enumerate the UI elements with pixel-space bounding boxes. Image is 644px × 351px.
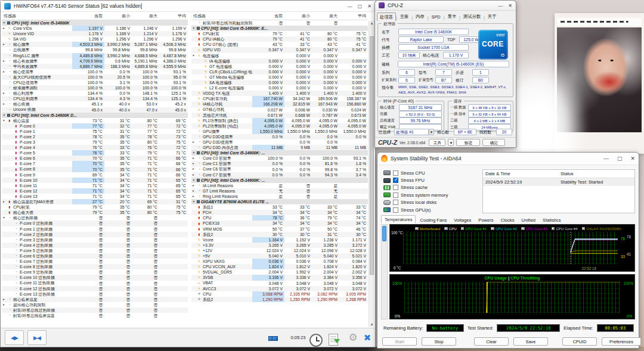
sensor-row[interactable]: ◔E-core 12 过热降频否否否	[2, 286, 188, 291]
sensor-row[interactable]: ▸◔核心利用率134.4 %0.0 %148.1 %125.1 %	[2, 91, 188, 96]
sensor-row[interactable]: ▮E-core 670 °C35 °C71 °C66 °C	[2, 156, 188, 161]
legend-item[interactable]: ✓CPU Core #1	[461, 226, 487, 231]
sensor-row[interactable]: ▮P-core 379 °C35 °C80 °C75 °C	[2, 139, 188, 145]
minimize-icon[interactable]: —	[603, 156, 609, 161]
legend-item[interactable]: ✓CPU Core #3	[521, 226, 547, 231]
sensor-row[interactable]: ◔平均有效频率4,889.7 MHz188.3 MHz4,889.8 MHz4,…	[2, 64, 188, 69]
sensor-row[interactable]: ✳系统21,290 RPM1,250 RPM1,290 RPM1,268 RPM	[191, 297, 368, 302]
chevron-down-icon[interactable]: ▾	[429, 129, 434, 135]
stress-option[interactable]: Stress cache	[383, 184, 479, 191]
checkbox[interactable]	[393, 178, 398, 183]
sensor-row[interactable]: ▾ϟ电压偏移0.000 V0.000 V	[191, 53, 368, 58]
sensor-section-header[interactable]: ▾CPU [#0]: Intel Core i5-14600K D...	[2, 113, 188, 118]
tools-dropdown-icon[interactable]: ▾	[448, 139, 454, 146]
hwinfo-pane-left[interactable]: 传感器当前最小最大平均▾CPU [#0]: Intel Core i5-1460…	[2, 12, 188, 328]
cpuz-tab-5[interactable]: 显卡	[444, 12, 459, 20]
sensor-row[interactable]: ◔Uncore 倍频45.0 x40.0 x47.0 x45.0 x	[2, 107, 188, 113]
sensor-section-header[interactable]: ▾CPU [#0]: Intel Core i5-14600K: ...	[191, 178, 368, 183]
graph-scrollbar-thumb[interactable]	[382, 226, 386, 241]
sensor-row[interactable]: ▸◔Core C1 驻留率0.0 %0.0 %81.6 %1.6 %	[191, 161, 368, 166]
sensor-row[interactable]: ▮P-core 175 °C31 °C77 °C72 °C	[2, 129, 188, 134]
checkbox[interactable]	[393, 185, 398, 190]
sensor-row[interactable]: ▮VRM MOS50 °C37 °C50 °C46 °C	[191, 226, 368, 232]
stress-option[interactable]: Stress FPU	[383, 176, 479, 184]
sensor-row[interactable]: ϟVcore1.164 V1.152 V1.236 V1.171 V	[191, 237, 368, 243]
close-icon[interactable]: ✕	[508, 3, 512, 8]
save-button[interactable]: Save	[513, 337, 548, 346]
legend-item[interactable]: ✓CPU Core #4	[552, 226, 578, 231]
sensor-row[interactable]: ▮E-core 969 °C34 °C71 °C66 °C	[2, 172, 188, 178]
aida64-tab-clocks[interactable]: Clocks	[498, 216, 518, 223]
sensor-row[interactable]: ▮系统133 °C33 °C33 °C33 °C	[191, 204, 368, 210]
stability-log-table[interactable]: Date & Time Status 2024/5/9 22:52:19 Sta…	[482, 169, 635, 213]
processor-select[interactable]: 处理器 #1	[394, 129, 429, 135]
sensor-row[interactable]: ▮E-core 1171 °C34 °C71 °C65 °C	[2, 183, 188, 188]
cpuz-tab-6[interactable]: 测试分数	[460, 12, 484, 20]
checkbox[interactable]	[393, 170, 398, 176]
sensor-row[interactable]: ▮E-core 1271 °C34 °C71 °C65 °C	[2, 188, 188, 194]
clock-icon[interactable]	[309, 331, 323, 345]
sensor-row[interactable]: ϟL2 E-core 电压偏移0.000 V0.000 V0.000 V0.00…	[191, 85, 368, 91]
validate-button[interactable]: 验证	[456, 139, 480, 146]
sensor-row[interactable]: ▸ϟCore VIDs1.197 V1.186 V1.246 V1.199 V	[2, 26, 188, 31]
cpuz-tab-7[interactable]: 关于	[485, 12, 500, 20]
sensor-row[interactable]: ▮P-core 576 °C33 °C79 °C71 °C	[2, 150, 188, 156]
sensor-row[interactable]: ▸◔Core C0 驻留率100.0 %0.0 %100.0 %93.1 %	[191, 156, 368, 161]
sensor-row[interactable]: ϟIA 电压偏移0.000 V0.000 V0.000 V0.000 V	[191, 58, 368, 64]
close-icon[interactable]: ✕	[367, 4, 371, 9]
sensor-row[interactable]: ▮CPU封装79 °C41 °C80 °C75 °C	[191, 31, 368, 36]
sensor-row[interactable]: ▸◔核心倍频45.1 x40.0 x53.0 x45.2 x	[2, 101, 188, 107]
sensor-row[interactable]: ϟVDDQ TX 电压1.400 V1.400 V1.400 V1.400 V	[191, 91, 368, 96]
preferences-button[interactable]: Preferences	[602, 337, 641, 346]
sensor-row[interactable]: ▮E-core 870 °C35 °C71 °C66 °C	[2, 167, 188, 172]
hwinfo-pane-right[interactable]: 传感器当前最小最大平均◔封装/环形总线功耗触发限制否否否▾CPU [#0]: I…	[191, 12, 368, 328]
log-row[interactable]: 2024/5/9 22:52:19 Stability Test: Starte…	[483, 178, 634, 186]
sensor-row[interactable]: ✳CPU3,068 RPM2,335 RPM3,082 RPM3,005 RPM	[191, 291, 368, 297]
sensor-row[interactable]: ▸◔核心有效频率4,709.9 MHz0.6 MHz5,190.1 MHz4,3…	[2, 58, 188, 64]
cpuz-tab-1[interactable]: 处理器	[377, 13, 396, 21]
sensor-row[interactable]: ◔P-core 2 过热降频否否否	[2, 232, 188, 237]
stress-option[interactable]: Stress system memory	[383, 191, 479, 198]
aida64-tab-powers[interactable]: Powers	[475, 216, 496, 223]
sensor-row[interactable]: ◔P-core 0 过热降频否否否	[2, 220, 188, 226]
sensor-row[interactable]: ▾▮核心温度73 °C31 °C80 °C69 °C	[2, 118, 188, 123]
sensor-row[interactable]: ▮CPU GT核心 (图形)43 °C33 °C43 °C41 °C	[191, 42, 368, 47]
aida64-titlebar[interactable]: System Stability Test - AIDA64 — ▢ ✕	[377, 153, 639, 165]
sensor-row[interactable]: ▮CPU IA核心79 °C41 °C80 °C75 °C	[191, 36, 368, 42]
legend-checkbox[interactable]: ✓	[552, 227, 555, 231]
sensor-row[interactable]: ▮核心最大值79 °C35 °C80 °C75 °C	[2, 210, 188, 215]
collapse-columns-button[interactable]: ▶◀	[27, 330, 47, 345]
sensor-row[interactable]: ϟIA核心功耗166.208 W32.815 W167.943 W156.860…	[191, 101, 368, 107]
stress-option[interactable]: Stress CPU	[383, 169, 479, 176]
sensor-row[interactable]: ▮E-core 770 °C35 °C71 °C66 °C	[2, 161, 188, 166]
sensor-section-header[interactable]: ▾CPU [#0]: Intel Core i5-14600K: ...	[191, 150, 368, 156]
sensor-row[interactable]: ▮PCH34 °C34 °C34 °C34 °C	[191, 210, 368, 215]
cpuz-tab-4[interactable]: SPD	[429, 13, 444, 20]
sensor-row[interactable]: ▸◔Ring Limit Reasons是否是	[191, 194, 368, 199]
sensor-row[interactable]: ▸◔Core C6 驻留率0.0 %0.0 %99.8 %3.7 %	[191, 167, 368, 172]
checkbox[interactable]	[393, 200, 398, 205]
legend-checkbox[interactable]: ✓	[461, 227, 465, 231]
sensor-section-header[interactable]: ▾CPU [#0]: Intel Core i5-14600K	[2, 20, 188, 26]
aida64-tab-voltages[interactable]: Voltages	[451, 216, 474, 223]
sensor-section-header[interactable]: ▾CPU [#0]: Intel Core i5-14600K: E...	[191, 26, 368, 31]
aida64-tab-unified[interactable]: Unified	[518, 216, 538, 223]
sensor-row[interactable]: ▮CPU封装79 °C35 °C80 °C75 °C	[2, 204, 188, 210]
legend-item[interactable]: ✓CPU	[444, 226, 456, 231]
sensor-row[interactable]: ◔GPU D3D使用率0.0 %0.0 %0.0 %0.0 %	[191, 134, 368, 139]
sensor-row[interactable]: ◔封装/环形总线功耗触发限制否否否	[191, 20, 368, 26]
sensor-row[interactable]: ϟPL2功率限制 (动态)4,095.0 W4,095.0 W4,095.0 W…	[191, 123, 368, 129]
clear-button[interactable]: Clear	[474, 337, 509, 346]
sensor-row[interactable]: ◔E-core 11 过热降频否否否	[2, 281, 188, 286]
sensor-row[interactable]: ϟGT核心功耗0.027 W0.006 W0.030 W0.024 W	[191, 107, 368, 113]
minimize-icon[interactable]: —	[498, 3, 503, 8]
sensor-row[interactable]: ◔Ring/LLC 频率4,489.8 MHz3,990.2 MHz4,688.…	[2, 53, 188, 58]
sensor-row[interactable]: ϟCPU封装功耗167.740 W34.342 W189.506 W158.38…	[191, 96, 368, 101]
stress-option[interactable]: Stress local disks	[383, 199, 479, 206]
sensor-row[interactable]: ▸◔超出核心功耗限制否否否	[2, 302, 188, 307]
legend-checkbox[interactable]: ✓	[415, 227, 419, 231]
sensor-row[interactable]: ▮P-core 476 °C33 °C76 °C72 °C	[2, 145, 188, 150]
legend-checkbox[interactable]: ✓	[582, 227, 586, 231]
tools-button[interactable]: 工具	[429, 139, 445, 146]
cpuz-tab-2[interactable]: 主板	[397, 12, 412, 20]
